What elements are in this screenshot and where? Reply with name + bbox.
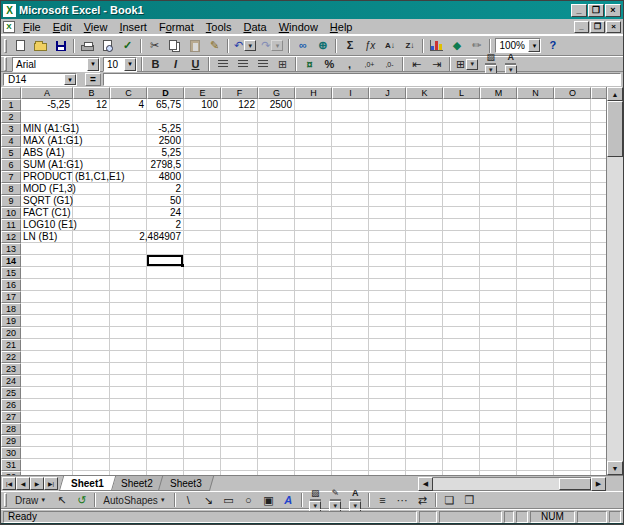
cell-M32[interactable] xyxy=(480,471,517,475)
cell-M25[interactable] xyxy=(480,387,517,399)
cell-K3[interactable] xyxy=(406,123,443,135)
cell-O28[interactable] xyxy=(554,423,591,435)
cell-M20[interactable] xyxy=(480,327,517,339)
scroll-last-tab-button[interactable]: ▶| xyxy=(44,477,58,490)
increase-decimal-button[interactable]: ,0+ xyxy=(360,56,379,73)
cell-O32[interactable] xyxy=(554,471,591,475)
scroll-next-tab-button[interactable]: ▶ xyxy=(30,477,44,490)
drawing-fill-color-button[interactable]: ▨▾ xyxy=(306,492,325,509)
cell-M28[interactable] xyxy=(480,423,517,435)
cell-A6[interactable]: SUM (A1:G1) xyxy=(21,159,73,171)
cell-B15[interactable] xyxy=(73,267,110,279)
cell-B23[interactable] xyxy=(73,363,110,375)
cell-M6[interactable] xyxy=(480,159,517,171)
cell-A26[interactable] xyxy=(21,399,73,411)
cell-B9[interactable] xyxy=(73,195,110,207)
cell-H5[interactable] xyxy=(295,147,332,159)
cell-E3[interactable] xyxy=(184,123,221,135)
cell-N12[interactable] xyxy=(517,231,554,243)
cell-B28[interactable] xyxy=(73,423,110,435)
arrow-style-button[interactable]: ⇄ xyxy=(413,492,432,509)
cell-O13[interactable] xyxy=(554,243,591,255)
cell-J16[interactable] xyxy=(369,279,406,291)
cell-G31[interactable] xyxy=(258,459,295,471)
cell-I31[interactable] xyxy=(332,459,369,471)
cell-O22[interactable] xyxy=(554,351,591,363)
cell-D8[interactable]: 2 xyxy=(147,183,184,195)
cell-O10[interactable] xyxy=(554,207,591,219)
row-header-25[interactable]: 25 xyxy=(1,387,21,399)
row-header-18[interactable]: 18 xyxy=(1,303,21,315)
cell-E31[interactable] xyxy=(184,459,221,471)
cell-K4[interactable] xyxy=(406,135,443,147)
column-header-N[interactable]: N xyxy=(517,87,554,99)
cell-E19[interactable] xyxy=(184,315,221,327)
cell-A19[interactable] xyxy=(21,315,73,327)
cell-E9[interactable] xyxy=(184,195,221,207)
cell-K19[interactable] xyxy=(406,315,443,327)
cell-O21[interactable] xyxy=(554,339,591,351)
tab-sheet2[interactable]: Sheet2 xyxy=(109,476,165,491)
column-header-M[interactable]: M xyxy=(480,87,517,99)
cell-N30[interactable] xyxy=(517,447,554,459)
cell-F10[interactable] xyxy=(221,207,258,219)
cell-K23[interactable] xyxy=(406,363,443,375)
column-header-C[interactable]: C xyxy=(110,87,147,99)
cell-N22[interactable] xyxy=(517,351,554,363)
scroll-previous-tab-button[interactable]: ◀ xyxy=(16,477,30,490)
cell-F25[interactable] xyxy=(221,387,258,399)
cell-L15[interactable] xyxy=(443,267,480,279)
cell-L7[interactable] xyxy=(443,171,480,183)
cell-C10[interactable] xyxy=(110,207,147,219)
cell-B2[interactable] xyxy=(73,111,110,123)
column-header-G[interactable]: G xyxy=(258,87,295,99)
cell-D11[interactable]: 2 xyxy=(147,219,184,231)
cell-K12[interactable] xyxy=(406,231,443,243)
horizontal-scroll-track[interactable] xyxy=(433,477,591,491)
chevron-down-icon[interactable]: ▾ xyxy=(244,40,256,51)
cell-N26[interactable] xyxy=(517,399,554,411)
cell-K5[interactable] xyxy=(406,147,443,159)
column-header-F[interactable]: F xyxy=(221,87,258,99)
cell-A30[interactable] xyxy=(21,447,73,459)
cell-K15[interactable] xyxy=(406,267,443,279)
cell-M7[interactable] xyxy=(480,171,517,183)
cell-I10[interactable] xyxy=(332,207,369,219)
cell-N13[interactable] xyxy=(517,243,554,255)
cell-F24[interactable] xyxy=(221,375,258,387)
cell-E22[interactable] xyxy=(184,351,221,363)
cell-H12[interactable] xyxy=(295,231,332,243)
cell-D7[interactable]: 4800 xyxy=(147,171,184,183)
cell-N15[interactable] xyxy=(517,267,554,279)
cell-K17[interactable] xyxy=(406,291,443,303)
cell-I25[interactable] xyxy=(332,387,369,399)
cell-G16[interactable] xyxy=(258,279,295,291)
cell-E13[interactable] xyxy=(184,243,221,255)
cell-G23[interactable] xyxy=(258,363,295,375)
cell-J15[interactable] xyxy=(369,267,406,279)
cell-E11[interactable] xyxy=(184,219,221,231)
cell-A10[interactable]: FACT (C1) xyxy=(21,207,73,219)
cell-B32[interactable] xyxy=(73,471,110,475)
cell-G4[interactable] xyxy=(258,135,295,147)
cell-O11[interactable] xyxy=(554,219,591,231)
chevron-down-icon[interactable]: ▾ xyxy=(124,58,136,71)
cell-N21[interactable] xyxy=(517,339,554,351)
print-preview-button[interactable] xyxy=(98,37,117,54)
cell-K18[interactable] xyxy=(406,303,443,315)
cell-A20[interactable] xyxy=(21,327,73,339)
tab-sheet1[interactable]: Sheet1 xyxy=(59,476,116,491)
cell-K22[interactable] xyxy=(406,351,443,363)
cell-J30[interactable] xyxy=(369,447,406,459)
dash-style-button[interactable]: ⋯ xyxy=(393,492,412,509)
cell-O8[interactable] xyxy=(554,183,591,195)
cell-J13[interactable] xyxy=(369,243,406,255)
cell-K13[interactable] xyxy=(406,243,443,255)
percent-style-button[interactable]: % xyxy=(320,56,339,73)
menu-help[interactable]: Help xyxy=(324,20,359,34)
cell-N16[interactable] xyxy=(517,279,554,291)
cell-O12[interactable] xyxy=(554,231,591,243)
cell-C28[interactable] xyxy=(110,423,147,435)
cell-D6[interactable]: 2798,5 xyxy=(147,159,184,171)
cell-A5[interactable]: ABS (A1) xyxy=(21,147,73,159)
